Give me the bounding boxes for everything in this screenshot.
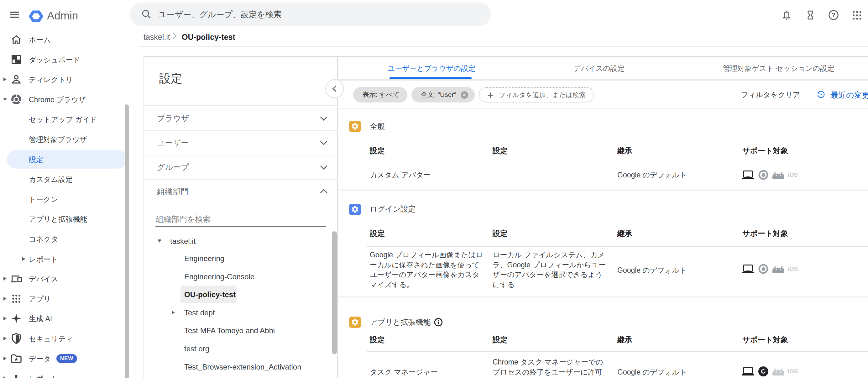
org-search-input[interactable] xyxy=(155,226,326,227)
dashboard-icon xyxy=(11,54,22,65)
chrome-device-icon xyxy=(758,367,768,376)
section-icon xyxy=(349,204,361,215)
accordion-label[interactable]: ユーザー xyxy=(157,137,189,148)
breadcrumb: taskel.it OU-policy-test xyxy=(138,30,868,47)
sidebar-item[interactable]: ダッシュボード xyxy=(29,55,80,65)
expand-caret-icon[interactable] xyxy=(3,317,7,320)
notifications-icon[interactable] xyxy=(781,9,792,21)
sidebar-item[interactable]: ディレクトリ xyxy=(29,75,73,85)
info-icon[interactable] xyxy=(434,317,443,327)
sidebar-scrollbar[interactable] xyxy=(125,104,129,378)
app-header: Admin ユーザー、グループ、設定を検索 ? xyxy=(0,0,868,30)
sidebar-item[interactable]: 管理対象ブラウザ xyxy=(29,135,87,145)
android-icon xyxy=(772,173,784,179)
clear-filters-button[interactable]: フィルタをクリア xyxy=(741,90,800,100)
sidebar-item[interactable]: セットアップ ガイド xyxy=(29,115,97,124)
accordion-divider xyxy=(144,179,337,180)
column-header: 継承 xyxy=(617,335,632,345)
tabbar-bottom-border xyxy=(338,79,868,81)
column-header: 設定 xyxy=(370,228,385,239)
column-header: 設定 xyxy=(493,146,508,156)
ios-icon: iOS xyxy=(788,265,798,272)
tree-item[interactable]: OU-policy-test xyxy=(184,290,236,299)
row-setting[interactable]: タスク マネージャー xyxy=(370,367,438,377)
row-setting[interactable]: カスタム アバター xyxy=(370,170,431,180)
accordion-label[interactable]: ブラウザ xyxy=(157,113,189,124)
sidebar-item[interactable]: ホーム xyxy=(29,35,51,45)
column-header: 継承 xyxy=(617,228,632,239)
expand-caret-icon[interactable] xyxy=(3,297,7,301)
filter-chip-fulltext[interactable]: 全文: "User" xyxy=(411,87,475,102)
section-title: ログイン設定 xyxy=(370,204,415,214)
tab-2[interactable]: 管理対象ゲスト セッションの設定 xyxy=(723,64,834,73)
breadcrumb-current: OU-policy-test xyxy=(182,33,235,42)
accordion-label[interactable]: 組織部門 xyxy=(157,187,188,197)
expand-caret-icon[interactable] xyxy=(3,376,7,378)
sidebar-item[interactable]: アプリ xyxy=(29,294,51,304)
admin-logo-icon[interactable] xyxy=(28,10,44,23)
sidebar-item[interactable]: コネクタ xyxy=(29,234,58,244)
breadcrumb-parent[interactable]: taskel.it xyxy=(144,33,170,42)
expand-caret-icon[interactable] xyxy=(3,357,7,360)
tree-root-label[interactable]: taskel.it xyxy=(170,237,195,246)
laptop-icon xyxy=(742,367,754,376)
section-title: 全般 xyxy=(370,121,385,131)
sidebar-item[interactable]: カスタム設定 xyxy=(29,175,73,184)
collapse-caret-icon[interactable] xyxy=(3,98,7,101)
sidebar-item[interactable]: 設定 xyxy=(29,155,43,164)
filter-chip-add[interactable]: フィルタを追加、または検索 xyxy=(479,87,594,102)
tree-item[interactable]: Test MFA Tomoyo and Abhi xyxy=(184,326,275,335)
sidebar-item[interactable]: Chrome ブラウザ xyxy=(29,95,86,104)
shield-icon xyxy=(10,333,22,344)
filter-chip-show-label: 表示: すべて xyxy=(363,90,400,99)
tree-item[interactable]: Test dept xyxy=(184,308,215,317)
sidebar-item[interactable]: セキュリティ xyxy=(29,334,73,344)
sidebar-item[interactable]: 生成 AI xyxy=(29,314,52,324)
google-apps-icon[interactable] xyxy=(852,10,862,20)
sidebar-item[interactable]: レポート xyxy=(29,374,58,378)
column-header: サポート対象 xyxy=(742,146,788,156)
tree-item[interactable]: Engineering xyxy=(184,254,224,263)
android-icon xyxy=(772,369,784,376)
tab-1[interactable]: デバイスの設定 xyxy=(574,64,625,73)
menu-icon[interactable] xyxy=(10,11,19,18)
help-icon[interactable]: ? xyxy=(828,9,839,21)
sidebar-item[interactable]: レポート xyxy=(29,254,58,264)
filterbar-bottom-border xyxy=(338,108,868,109)
sidebar-item[interactable]: デバイス xyxy=(29,274,58,284)
expand-caret-icon[interactable] xyxy=(3,337,7,340)
row-setting[interactable]: Google プロフィール画像またはロ ーカルに保存された画像を使って ユーザー… xyxy=(370,250,492,290)
table-header-border xyxy=(367,246,868,247)
accordion-divider xyxy=(144,155,337,155)
filter-chip-show[interactable]: 表示: すべて xyxy=(353,87,407,102)
home-icon xyxy=(10,33,23,46)
filter-chip-fulltext-label: 全文: "User" xyxy=(421,90,456,99)
tree-item[interactable]: Test_Browser-extension_Activation xyxy=(184,363,302,371)
search-bar[interactable]: ユーザー、グループ、設定を検索 xyxy=(130,2,491,26)
chrome-icon xyxy=(10,93,22,105)
tab-0[interactable]: ユーザーとブラウザの設定 xyxy=(388,64,475,73)
recent-changes-link[interactable]: 最近の変更点 xyxy=(830,90,868,100)
row-inheritance: Google のデフォルト xyxy=(617,265,687,275)
remove-filter-icon[interactable] xyxy=(461,91,468,99)
android-icon xyxy=(772,267,784,273)
tree-item[interactable]: test org xyxy=(184,344,209,353)
row-inheritance: Google のデフォルト xyxy=(617,170,687,180)
pending-tasks-icon[interactable] xyxy=(805,10,816,20)
sidebar-item[interactable]: アプリと拡張機能 xyxy=(29,214,87,224)
tree-item[interactable]: Engineering-Console xyxy=(184,272,254,281)
admin-logo-text: Admin xyxy=(47,9,78,22)
sidebar-item[interactable]: トークン xyxy=(29,194,58,204)
tree-root-caret-icon[interactable] xyxy=(158,240,161,243)
expand-caret-icon[interactable] xyxy=(3,277,7,281)
ios-icon: iOS xyxy=(788,171,798,178)
panel-collapse-button[interactable] xyxy=(325,79,344,98)
sidebar-item[interactable]: データ xyxy=(29,354,51,364)
accordion-label[interactable]: グループ xyxy=(157,162,189,172)
expand-caret-icon[interactable] xyxy=(3,77,7,81)
tree-expand-caret-icon[interactable] xyxy=(172,311,175,314)
table-header-border xyxy=(367,351,868,352)
tree-scrollbar[interactable] xyxy=(332,231,337,354)
expand-caret-icon[interactable] xyxy=(22,257,25,261)
apps-icon xyxy=(11,293,22,304)
